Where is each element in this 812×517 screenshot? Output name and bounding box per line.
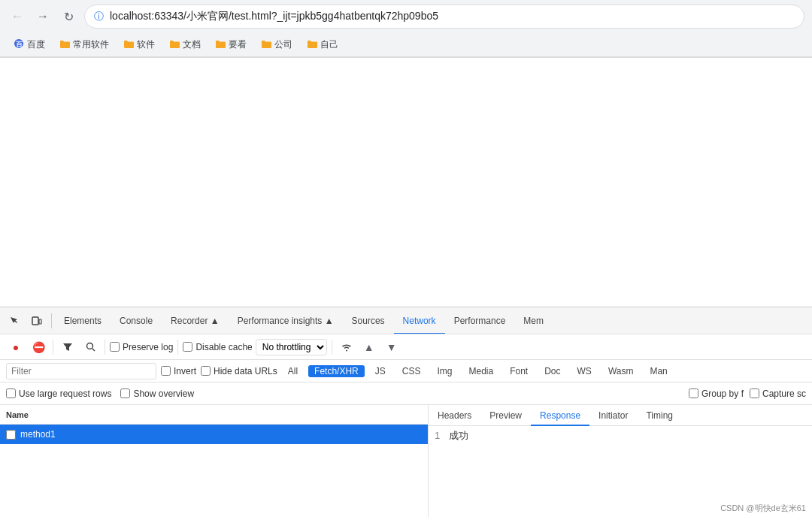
options-right: Group by f Capture sc xyxy=(689,389,806,399)
filter-row: Invert Hide data URLs AllFetch/XHRJSCSSI… xyxy=(0,360,812,382)
line-number: 1 xyxy=(435,430,440,441)
bookmark-ziji[interactable]: 自己 xyxy=(301,37,344,53)
group-by-checkbox[interactable]: Group by f xyxy=(689,389,744,399)
devtools-tab-recorder[interactable]: Recorder ▲ xyxy=(162,307,229,334)
bookmark-yaokan[interactable]: 要看 xyxy=(210,37,253,53)
preserve-log-checkbox[interactable]: Preserve log xyxy=(110,342,173,352)
tabs-divider xyxy=(51,313,52,328)
response-text: 成功 xyxy=(449,430,468,441)
row-checkbox[interactable] xyxy=(6,430,16,440)
filter-btn-all[interactable]: All xyxy=(282,365,304,377)
bookmark-icon-ziji xyxy=(308,40,317,50)
bookmark-label-baidu: 百度 xyxy=(27,38,45,51)
filter-btn-man[interactable]: Man xyxy=(644,365,673,377)
request-name-cell: method1 xyxy=(0,429,429,440)
hide-data-urls-checkbox[interactable]: Hide data URLs xyxy=(201,366,277,376)
address-bar[interactable]: ⓘ localhost:63343/小米官网/test.html?_ijt=jp… xyxy=(84,5,804,29)
detail-tab-timing[interactable]: Timing xyxy=(637,405,682,426)
disable-cache-checkbox[interactable]: Disable cache xyxy=(183,342,252,352)
toolbar-divider-3 xyxy=(177,340,178,355)
bookmark-icon-wendang xyxy=(170,40,180,50)
inspect-element-button[interactable] xyxy=(3,310,26,332)
devtools-tab-sources[interactable]: Sources xyxy=(343,307,394,334)
reload-button[interactable]: ↻ xyxy=(59,7,78,26)
device-toolbar-button[interactable] xyxy=(26,310,48,332)
record-button[interactable]: ● xyxy=(6,337,26,357)
bookmark-changyong[interactable]: 常用软件 xyxy=(54,37,115,53)
back-button[interactable]: ← xyxy=(8,7,27,26)
detail-tab-headers[interactable]: Headers xyxy=(429,405,480,426)
toolbar-divider-2 xyxy=(105,340,105,355)
bottom-split: Name method1 HeadersPreviewResponseIniti… xyxy=(0,405,812,517)
devtools-panel: ElementsConsoleRecorder ▲Performance ins… xyxy=(0,307,812,517)
bookmark-label-changyong: 常用软件 xyxy=(73,38,109,51)
svg-rect-2 xyxy=(32,317,38,325)
filter-btn-ws[interactable]: WS xyxy=(571,365,598,377)
toolbar-divider-1 xyxy=(53,340,53,355)
large-rows-checkbox[interactable]: Use large request rows xyxy=(6,389,111,399)
svg-point-4 xyxy=(86,343,92,349)
svg-rect-3 xyxy=(39,319,41,324)
bookmark-icon-yaokan xyxy=(216,40,226,50)
bookmark-icon-changyong xyxy=(60,40,70,50)
search-button[interactable] xyxy=(80,337,100,357)
detail-pane: HeadersPreviewResponseInitiatorTiming 1成… xyxy=(429,405,812,517)
svg-text:百: 百 xyxy=(16,41,23,48)
filter-btn-css[interactable]: CSS xyxy=(396,365,427,377)
bookmark-ruanjian[interactable]: 软件 xyxy=(118,37,161,53)
bookmarks-bar: 百百度常用软件软件文档要看公司自己 xyxy=(0,33,812,57)
col-header-name[interactable]: Name xyxy=(0,405,429,424)
filter-btn-wasm[interactable]: Wasm xyxy=(602,365,640,377)
detail-tabs: HeadersPreviewResponseInitiatorTiming xyxy=(429,405,812,426)
options-row: Use large request rows Show overview Gro… xyxy=(0,382,812,405)
toolbar-divider-4 xyxy=(332,340,332,355)
invert-checkbox[interactable]: Invert xyxy=(161,366,196,376)
bookmark-wendang[interactable]: 文档 xyxy=(164,37,207,53)
filter-btn-font[interactable]: Font xyxy=(504,365,534,377)
bookmark-label-wendang: 文档 xyxy=(183,38,201,51)
bookmark-icon-baidu: 百 xyxy=(14,38,24,51)
devtools-tab-network[interactable]: Network xyxy=(394,307,445,334)
filter-btn-img[interactable]: Img xyxy=(431,365,458,377)
show-overview-checkbox[interactable]: Show overview xyxy=(120,389,194,399)
detail-tab-initiator[interactable]: Initiator xyxy=(589,405,637,426)
table-row[interactable]: method1 xyxy=(0,425,428,444)
filter-btn-js[interactable]: JS xyxy=(369,365,392,377)
filter-btn-media[interactable]: Media xyxy=(462,365,499,377)
devtools-tab-performance_insights[interactable]: Performance insights ▲ xyxy=(229,307,343,334)
page-content xyxy=(0,58,812,307)
detail-tab-preview[interactable]: Preview xyxy=(480,405,531,426)
filter-input[interactable] xyxy=(6,363,156,379)
throttle-select[interactable]: No throttling xyxy=(256,339,327,355)
devtools-tabs: ElementsConsoleRecorder ▲Performance ins… xyxy=(0,307,812,334)
wifi-icon-button[interactable] xyxy=(337,337,356,357)
devtools-tab-memory[interactable]: Mem xyxy=(514,307,553,334)
requests-list: Name method1 xyxy=(0,405,429,517)
filter-toggle-button[interactable] xyxy=(58,337,77,357)
filter-btn-doc[interactable]: Doc xyxy=(538,365,566,377)
upload-button[interactable]: ▲ xyxy=(359,337,379,357)
devtools-tab-console[interactable]: Console xyxy=(111,307,162,334)
filter-btn-fetch-xhr[interactable]: Fetch/XHR xyxy=(308,365,365,377)
bookmark-label-yaokan: 要看 xyxy=(229,38,247,51)
bookmark-icon-gongsi xyxy=(262,40,271,50)
devtools-tab-elements[interactable]: Elements xyxy=(55,307,111,334)
capture-checkbox[interactable]: Capture sc xyxy=(750,389,806,399)
address-text: localhost:63343/小米官网/test.html?_ijt=jpkb… xyxy=(110,10,795,23)
download-button[interactable]: ▼ xyxy=(382,337,401,357)
bookmark-gongsi[interactable]: 公司 xyxy=(256,37,298,53)
svg-point-6 xyxy=(346,349,347,351)
bookmark-label-ruanjian: 软件 xyxy=(137,38,155,51)
svg-line-5 xyxy=(92,349,95,351)
bookmark-baidu[interactable]: 百百度 xyxy=(8,37,51,53)
detail-tab-response[interactable]: Response xyxy=(531,405,589,426)
bookmark-label-gongsi: 公司 xyxy=(274,38,292,51)
options-left: Use large request rows Show overview xyxy=(6,389,194,399)
request-name: method1 xyxy=(20,429,56,440)
devtools-tab-performance[interactable]: Performance xyxy=(445,307,515,334)
clear-button[interactable]: ⛔ xyxy=(29,337,48,357)
network-table-header: Name xyxy=(0,405,428,425)
bookmark-label-ziji: 自己 xyxy=(320,38,338,51)
watermark: CSDN @明快de玄米61 xyxy=(720,503,806,514)
forward-button[interactable]: → xyxy=(33,7,53,26)
